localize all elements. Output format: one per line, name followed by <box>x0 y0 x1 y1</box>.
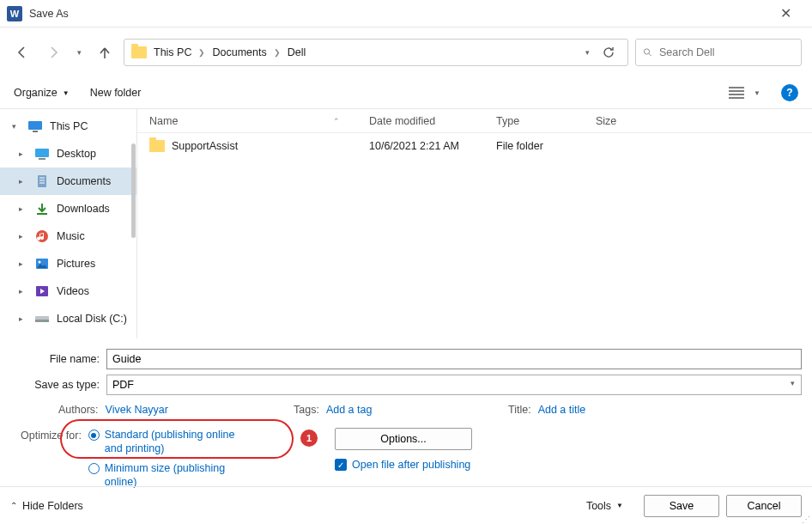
authors-value[interactable]: Vivek Nayyar <box>106 404 168 416</box>
chevron-right-icon[interactable]: ▸ <box>19 287 27 296</box>
tools-label: Tools <box>586 500 611 512</box>
window-title: Save As <box>29 8 766 20</box>
column-header-name[interactable]: Name ⌃ <box>137 115 357 127</box>
refresh-button[interactable] <box>597 46 621 59</box>
save-as-type-dropdown[interactable] <box>106 375 802 395</box>
sidebar-item-label: Downloads <box>57 203 110 215</box>
chevron-down-icon: ▾ <box>791 379 795 387</box>
optimize-standard-radio[interactable]: Standard (publishing online and printing… <box>88 428 242 456</box>
chevron-down-icon[interactable]: ▼ <box>754 89 760 97</box>
addr-chevron-down-icon[interactable]: ▾ <box>585 48 590 57</box>
file-list: Name ⌃ Date modified Type Size SupportAs… <box>137 109 812 338</box>
svg-point-12 <box>45 320 47 322</box>
title-label: Title: <box>508 404 531 416</box>
search-box[interactable] <box>635 39 802 66</box>
chevron-right-icon[interactable]: ▸ <box>19 259 27 268</box>
radio-label: Standard (publishing online and printing… <box>105 428 242 456</box>
recent-dropdown[interactable]: ▾ <box>72 40 86 64</box>
footer: ⌃ Hide Folders Tools ▼ Save Cancel ⋰ <box>0 486 812 524</box>
word-app-icon: W <box>7 6 22 21</box>
downloads-icon <box>34 201 50 216</box>
tools-menu[interactable]: Tools ▼ <box>586 500 623 512</box>
sidebar-item-music[interactable]: ▸ Music <box>0 222 136 250</box>
cancel-button[interactable]: Cancel <box>726 495 802 517</box>
optimize-label: Optimize for: <box>21 428 82 489</box>
file-date: 10/6/2021 2:21 AM <box>357 140 484 152</box>
forward-button[interactable] <box>41 40 65 64</box>
chevron-right-icon[interactable]: ▸ <box>19 204 27 213</box>
sidebar-item-videos[interactable]: ▸ Videos <box>0 277 136 305</box>
svg-rect-2 <box>33 131 38 132</box>
breadcrumb-segment[interactable]: This PC <box>154 46 191 58</box>
chevron-right-icon: ❯ <box>198 48 205 57</box>
search-input[interactable] <box>659 46 794 58</box>
sidebar-item-label: Desktop <box>57 148 96 160</box>
radio-checked-icon <box>88 430 100 441</box>
title-bar: W Save As ✕ <box>0 0 812 27</box>
hide-folders-toggle[interactable]: ⌃ Hide Folders <box>10 500 83 512</box>
chevron-right-icon[interactable]: ▸ <box>19 232 27 241</box>
sidebar-item-label: This PC <box>50 120 88 132</box>
svg-point-6 <box>36 230 48 242</box>
desktop-icon <box>34 146 50 161</box>
file-name-input[interactable] <box>106 349 802 369</box>
back-button[interactable] <box>10 40 34 64</box>
file-row[interactable]: SupportAssist 10/6/2021 2:21 AM File fol… <box>137 133 812 159</box>
sidebar-item-local-disk[interactable]: ▸ Local Disk (C:) <box>0 305 136 332</box>
address-bar[interactable]: This PC ❯ Documents ❯ Dell ▾ <box>124 39 628 66</box>
column-label: Type <box>496 115 519 127</box>
scrollbar-thumb[interactable] <box>131 143 136 238</box>
optimize-minimum-radio[interactable]: Minimum size (publishing online) <box>88 461 242 490</box>
search-icon <box>643 46 652 58</box>
file-type: File folder <box>484 140 584 152</box>
breadcrumb-segment[interactable]: Documents <box>212 46 266 58</box>
file-name-label: File name: <box>10 353 106 365</box>
organize-menu[interactable]: Organize ▼ <box>14 87 70 99</box>
sidebar-item-desktop[interactable]: ▸ Desktop <box>0 140 136 168</box>
title-value[interactable]: Add a title <box>538 404 586 416</box>
breadcrumb-segment[interactable]: Dell <box>288 46 306 58</box>
options-button[interactable]: Options... <box>335 428 472 450</box>
chevron-down-icon: ▼ <box>63 89 70 97</box>
column-label: Size <box>596 115 616 127</box>
tags-value[interactable]: Add a tag <box>326 404 373 416</box>
monitor-icon <box>27 119 43 134</box>
checkbox-checked-icon[interactable]: ✓ <box>335 459 347 471</box>
sidebar: ▾ This PC ▸ Desktop ▸ Documents ▸ Downlo… <box>0 109 137 338</box>
new-folder-button[interactable]: New folder <box>90 87 142 99</box>
bottom-panel: File name: Save as type: ▾ Authors: Vive… <box>0 338 812 489</box>
svg-point-8 <box>39 261 41 264</box>
sidebar-item-this-pc[interactable]: ▾ This PC <box>0 113 136 140</box>
main-area: ▾ This PC ▸ Desktop ▸ Documents ▸ Downlo… <box>0 108 812 338</box>
column-label: Date modified <box>369 115 435 127</box>
sidebar-item-downloads[interactable]: ▸ Downloads <box>0 195 136 222</box>
chevron-right-icon[interactable]: ▸ <box>19 177 27 186</box>
help-button[interactable]: ? <box>781 84 798 101</box>
svg-rect-1 <box>28 121 42 130</box>
close-button[interactable]: ✕ <box>766 5 805 21</box>
music-icon <box>34 228 50 244</box>
open-after-publish-label[interactable]: Open file after publishing <box>352 459 470 471</box>
pictures-icon <box>34 256 50 271</box>
documents-icon <box>34 174 50 189</box>
save-button[interactable]: Save <box>644 495 719 517</box>
svg-rect-3 <box>35 149 49 157</box>
chevron-right-icon[interactable]: ▸ <box>19 149 27 158</box>
sidebar-item-label: Pictures <box>57 258 95 270</box>
column-header-date[interactable]: Date modified <box>357 115 484 127</box>
column-label: Name <box>149 115 178 127</box>
resize-grip-icon[interactable]: ⋰ <box>802 517 810 522</box>
chevron-down-icon[interactable]: ▾ <box>12 122 21 131</box>
sidebar-item-documents[interactable]: ▸ Documents <box>0 168 136 195</box>
chevron-right-icon[interactable]: ▸ <box>19 314 27 323</box>
up-button[interactable] <box>93 40 117 64</box>
sidebar-item-label: Videos <box>57 285 89 297</box>
column-header-size[interactable]: Size <box>584 115 661 127</box>
radio-unchecked-icon <box>88 463 100 474</box>
column-header-type[interactable]: Type <box>484 115 584 127</box>
sidebar-item-pictures[interactable]: ▸ Pictures <box>0 250 136 277</box>
annotation-badge: 1 <box>300 430 318 447</box>
view-menu[interactable] <box>726 82 747 103</box>
tags-label: Tags: <box>294 404 319 416</box>
radio-label: Minimum size (publishing online) <box>105 461 242 490</box>
